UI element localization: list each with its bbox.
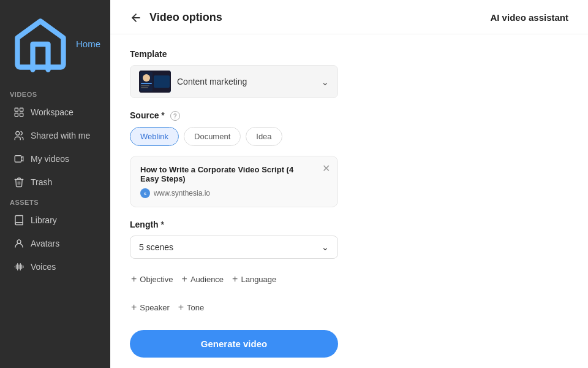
generate-button[interactable]: Generate video (130, 330, 338, 358)
url-text: www.synthesia.io (154, 189, 210, 197)
svg-point-6 (17, 240, 21, 243)
sidebar-item-my-videos[interactable]: My videos (4, 148, 107, 170)
length-dropdown[interactable]: 5 scenes ⌄ (130, 236, 338, 259)
audience-button[interactable]: + Audience (181, 271, 225, 287)
library-icon (13, 215, 24, 226)
length-label: Length * (130, 220, 568, 229)
length-section: Length * 5 scenes ⌄ (130, 220, 568, 259)
extra-options: + Objective + Audience + Language + Spea… (130, 271, 568, 315)
svg-rect-0 (15, 108, 18, 111)
objective-button[interactable]: + Objective (130, 271, 175, 287)
source-tabs: Weblink Document Idea (130, 127, 568, 146)
template-thumbnail (139, 71, 171, 93)
page-title: Video options (149, 11, 222, 24)
main-content: Video options AI video assistant Templat… (110, 0, 588, 368)
speaker-plus-icon: + (131, 302, 137, 313)
source-tab-weblink[interactable]: Weblink (130, 127, 179, 146)
svg-rect-2 (15, 113, 18, 116)
url-card-title: How to Write a Corporate Video Script (4… (140, 165, 328, 183)
avatars-label: Avatars (31, 239, 59, 248)
source-label: Source * ? (130, 110, 568, 121)
back-button[interactable] (130, 12, 142, 24)
url-card-link: S www.synthesia.io (140, 188, 328, 198)
content-area: Template Content mark (110, 34, 588, 368)
my-videos-label: My videos (31, 154, 69, 164)
template-left: Content marketing (139, 71, 247, 93)
svg-point-4 (16, 131, 20, 135)
svg-rect-3 (20, 113, 23, 116)
close-card-button[interactable]: ✕ (322, 164, 330, 174)
language-plus-icon: + (232, 274, 238, 285)
voices-label: Voices (31, 262, 56, 272)
sidebar-item-avatars[interactable]: Avatars (4, 232, 107, 255)
shared-with-me-label: Shared with me (31, 131, 90, 140)
avatars-icon (13, 238, 24, 249)
length-value: 5 scenes (139, 242, 173, 252)
source-section: Source * ? Weblink Document Idea How to … (130, 110, 568, 207)
workspace-label: Workspace (31, 107, 74, 117)
audience-label: Audience (190, 275, 224, 284)
svg-rect-5 (15, 156, 21, 163)
sidebar-item-library[interactable]: Library (4, 209, 107, 231)
shared-icon (13, 130, 24, 141)
ai-assistant-button[interactable]: AI video assistant (490, 12, 568, 23)
audience-plus-icon: + (182, 274, 187, 285)
language-button[interactable]: + Language (231, 271, 277, 287)
header-left: Video options (130, 11, 222, 24)
template-chevron-icon: ⌄ (321, 76, 329, 88)
svg-rect-19 (141, 85, 149, 86)
template-dropdown[interactable]: Content marketing ⌄ (130, 65, 338, 98)
tone-label: Tone (187, 303, 204, 312)
synthesia-logo-icon: S (140, 188, 150, 198)
sidebar-item-workspace[interactable]: Workspace (4, 101, 107, 123)
length-chevron-icon: ⌄ (322, 242, 329, 252)
source-info-icon[interactable]: ? (170, 111, 180, 121)
svg-rect-21 (154, 75, 170, 88)
objective-label: Objective (140, 275, 173, 284)
source-tab-idea[interactable]: Idea (246, 127, 282, 146)
my-videos-icon (13, 153, 24, 164)
template-thumb-svg (139, 71, 171, 93)
home-label: Home (76, 39, 100, 49)
tone-plus-icon: + (178, 302, 184, 313)
trash-label: Trash (31, 177, 52, 187)
template-section: Template Content mark (130, 49, 568, 98)
sidebar-item-shared-with-me[interactable]: Shared with me (4, 125, 107, 147)
language-label: Language (241, 275, 276, 284)
svg-point-17 (143, 74, 150, 82)
sidebar-item-voices[interactable]: Voices (4, 256, 107, 278)
tone-button[interactable]: + Tone (177, 299, 206, 315)
speaker-label: Speaker (140, 303, 169, 312)
workspace-icon (13, 107, 24, 118)
svg-text:S: S (144, 192, 146, 196)
sidebar: Home Videos Workspace Shared with me My … (0, 0, 110, 368)
back-arrow-icon (130, 12, 142, 24)
template-value: Content marketing (177, 77, 247, 86)
sidebar-item-trash[interactable]: Trash (4, 171, 107, 193)
trash-icon (13, 177, 24, 188)
library-label: Library (31, 215, 57, 225)
assets-section-label: Assets (0, 194, 110, 209)
voices-icon (13, 261, 24, 272)
svg-rect-20 (141, 87, 148, 88)
svg-rect-1 (20, 108, 23, 111)
sidebar-item-home[interactable]: Home (0, 7, 110, 81)
objective-plus-icon: + (131, 274, 137, 285)
synthesia-icon-svg: S (142, 190, 148, 196)
home-icon (10, 13, 71, 75)
template-label: Template (130, 49, 568, 59)
url-card: How to Write a Corporate Video Script (4… (130, 156, 338, 207)
source-tab-document[interactable]: Document (184, 127, 241, 146)
svg-rect-18 (141, 83, 152, 84)
videos-section-label: Videos (0, 86, 110, 101)
speaker-button[interactable]: + Speaker (130, 299, 171, 315)
header: Video options AI video assistant (110, 0, 588, 34)
